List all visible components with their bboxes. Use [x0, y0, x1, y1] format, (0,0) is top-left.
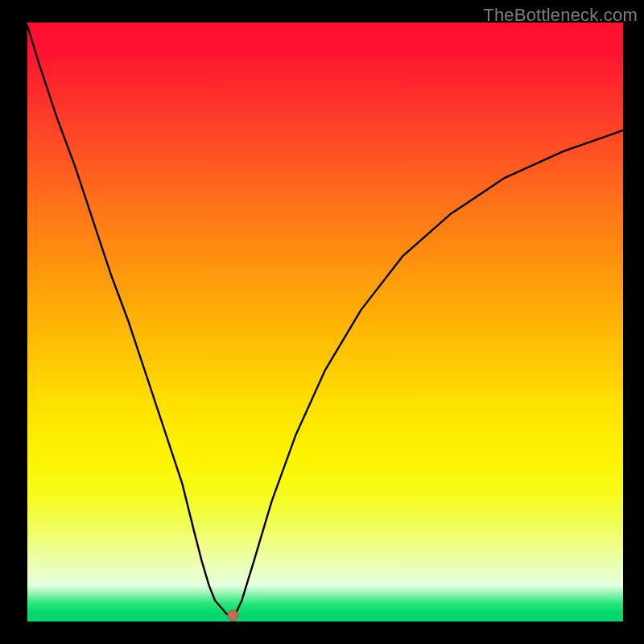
- plot-area: [27, 23, 623, 621]
- chart-frame: TheBottleneck.com: [0, 0, 644, 644]
- minimum-point-marker: [228, 610, 238, 621]
- curve-svg: [27, 23, 623, 621]
- bottleneck-curve: [27, 26, 623, 616]
